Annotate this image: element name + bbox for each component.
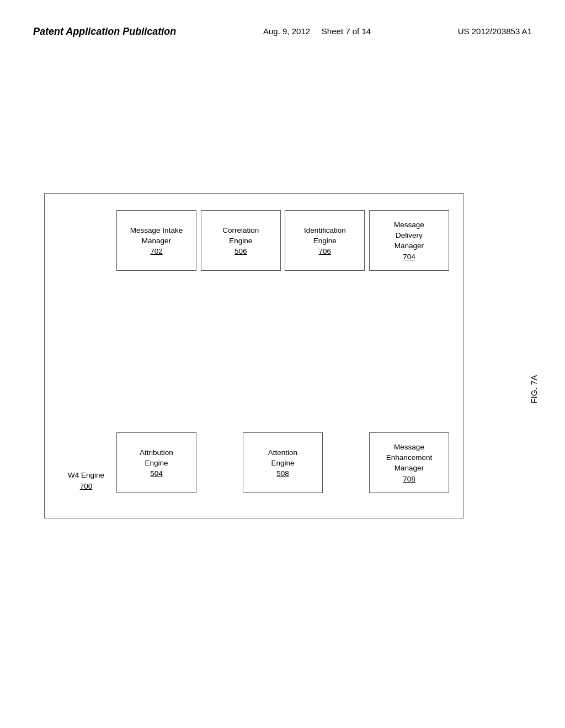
patent-number: US 2012/203853 A1 [458,25,532,38]
correlation-engine-number: 506 [234,247,247,255]
publication-title: Patent Application Publication [33,25,176,39]
message-intake-manager-number: 702 [150,247,163,255]
publication-date: Aug. 9, 2012 [263,26,310,36]
message-delivery-manager-number: 704 [403,253,415,261]
message-delivery-manager-box: MessageDeliveryManager 704 [369,210,449,271]
attention-engine-number: 508 [276,469,289,478]
attribution-engine-box: AttributionEngine 504 [116,432,196,493]
bottom-row: AttributionEngine 504 AttentionEngine 50… [116,432,449,493]
identification-engine-number: 706 [319,247,332,255]
w4-engine-label: W4 Engine 700 [68,470,104,490]
publication-date-sheet: Aug. 9, 2012 Sheet 7 of 14 [263,25,371,38]
w4-engine-block: W4 Engine 700 [58,210,114,501]
top-row: Message IntakeManager 702 CorrelationEng… [116,210,449,271]
message-intake-manager-box: Message IntakeManager 702 [116,210,196,271]
message-enhancement-manager-box: MessageEnhancementManager 708 [369,432,449,493]
attention-engine-box: AttentionEngine 508 [243,432,323,493]
diagram-inner: W4 Engine 700 Message IntakeManager 702 … [45,194,463,518]
identification-engine-box: IdentificationEngine 706 [285,210,365,271]
diagram-container: W4 Engine 700 Message IntakeManager 702 … [44,193,463,518]
page-header: Patent Application Publication Aug. 9, 2… [0,0,565,39]
correlation-engine-box: CorrelationEngine 506 [201,210,281,271]
attribution-engine-number: 504 [150,469,163,478]
message-enhancement-manager-number: 708 [403,475,415,483]
figure-label: FIG. 7A [529,375,539,404]
sheet-info: Sheet 7 of 14 [322,26,371,36]
